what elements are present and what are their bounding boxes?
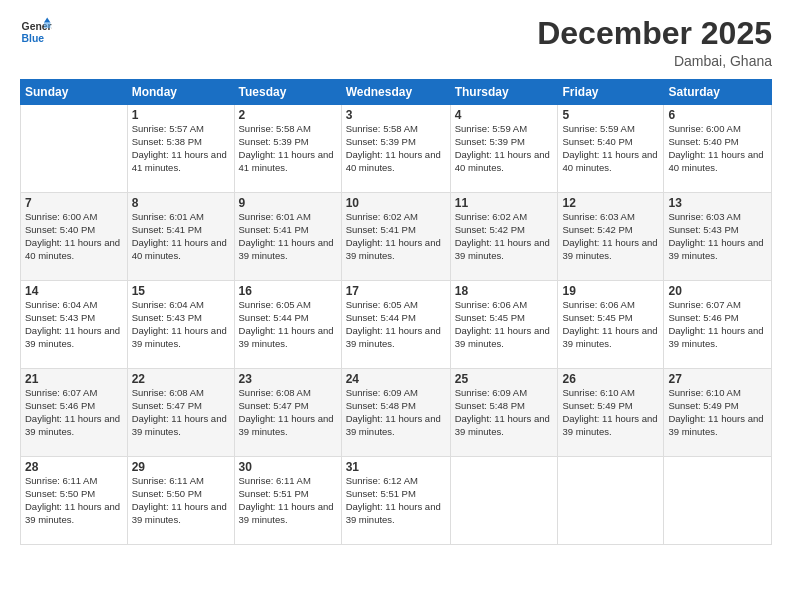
calendar-cell: 9Sunrise: 6:01 AM Sunset: 5:41 PM Daylig…: [234, 193, 341, 281]
day-info: Sunrise: 6:03 AM Sunset: 5:43 PM Dayligh…: [668, 211, 767, 262]
day-info: Sunrise: 6:12 AM Sunset: 5:51 PM Dayligh…: [346, 475, 446, 526]
calendar-cell: 31Sunrise: 6:12 AM Sunset: 5:51 PM Dayli…: [341, 457, 450, 545]
day-info: Sunrise: 6:11 AM Sunset: 5:50 PM Dayligh…: [132, 475, 230, 526]
day-header-tuesday: Tuesday: [234, 80, 341, 105]
day-number: 1: [132, 108, 230, 122]
day-info: Sunrise: 6:04 AM Sunset: 5:43 PM Dayligh…: [132, 299, 230, 350]
day-header-friday: Friday: [558, 80, 664, 105]
day-number: 8: [132, 196, 230, 210]
calendar-week-row: 14Sunrise: 6:04 AM Sunset: 5:43 PM Dayli…: [21, 281, 772, 369]
calendar-cell: 18Sunrise: 6:06 AM Sunset: 5:45 PM Dayli…: [450, 281, 558, 369]
calendar-cell: 7Sunrise: 6:00 AM Sunset: 5:40 PM Daylig…: [21, 193, 128, 281]
day-info: Sunrise: 6:06 AM Sunset: 5:45 PM Dayligh…: [562, 299, 659, 350]
calendar-cell: 19Sunrise: 6:06 AM Sunset: 5:45 PM Dayli…: [558, 281, 664, 369]
day-info: Sunrise: 6:00 AM Sunset: 5:40 PM Dayligh…: [25, 211, 123, 262]
day-number: 15: [132, 284, 230, 298]
calendar-cell: 17Sunrise: 6:05 AM Sunset: 5:44 PM Dayli…: [341, 281, 450, 369]
day-info: Sunrise: 6:08 AM Sunset: 5:47 PM Dayligh…: [239, 387, 337, 438]
calendar-cell: 15Sunrise: 6:04 AM Sunset: 5:43 PM Dayli…: [127, 281, 234, 369]
calendar-cell: 30Sunrise: 6:11 AM Sunset: 5:51 PM Dayli…: [234, 457, 341, 545]
day-number: 9: [239, 196, 337, 210]
day-info: Sunrise: 6:07 AM Sunset: 5:46 PM Dayligh…: [668, 299, 767, 350]
calendar-cell: [558, 457, 664, 545]
calendar-cell: 16Sunrise: 6:05 AM Sunset: 5:44 PM Dayli…: [234, 281, 341, 369]
day-number: 7: [25, 196, 123, 210]
calendar-cell: 25Sunrise: 6:09 AM Sunset: 5:48 PM Dayli…: [450, 369, 558, 457]
day-number: 24: [346, 372, 446, 386]
day-number: 18: [455, 284, 554, 298]
month-title: December 2025: [537, 16, 772, 51]
day-info: Sunrise: 6:02 AM Sunset: 5:41 PM Dayligh…: [346, 211, 446, 262]
calendar-cell: 28Sunrise: 6:11 AM Sunset: 5:50 PM Dayli…: [21, 457, 128, 545]
day-number: 3: [346, 108, 446, 122]
day-info: Sunrise: 6:04 AM Sunset: 5:43 PM Dayligh…: [25, 299, 123, 350]
calendar-week-row: 28Sunrise: 6:11 AM Sunset: 5:50 PM Dayli…: [21, 457, 772, 545]
day-info: Sunrise: 6:09 AM Sunset: 5:48 PM Dayligh…: [346, 387, 446, 438]
day-number: 25: [455, 372, 554, 386]
day-header-thursday: Thursday: [450, 80, 558, 105]
day-header-monday: Monday: [127, 80, 234, 105]
calendar-cell: [450, 457, 558, 545]
calendar-week-row: 1Sunrise: 5:57 AM Sunset: 5:38 PM Daylig…: [21, 105, 772, 193]
day-number: 12: [562, 196, 659, 210]
day-info: Sunrise: 6:01 AM Sunset: 5:41 PM Dayligh…: [239, 211, 337, 262]
calendar-cell: [664, 457, 772, 545]
day-info: Sunrise: 5:58 AM Sunset: 5:39 PM Dayligh…: [239, 123, 337, 174]
day-info: Sunrise: 6:11 AM Sunset: 5:51 PM Dayligh…: [239, 475, 337, 526]
day-number: 14: [25, 284, 123, 298]
day-info: Sunrise: 6:01 AM Sunset: 5:41 PM Dayligh…: [132, 211, 230, 262]
day-number: 17: [346, 284, 446, 298]
day-number: 31: [346, 460, 446, 474]
calendar-cell: 12Sunrise: 6:03 AM Sunset: 5:42 PM Dayli…: [558, 193, 664, 281]
day-number: 5: [562, 108, 659, 122]
day-number: 2: [239, 108, 337, 122]
calendar-cell: 27Sunrise: 6:10 AM Sunset: 5:49 PM Dayli…: [664, 369, 772, 457]
calendar-cell: 5Sunrise: 5:59 AM Sunset: 5:40 PM Daylig…: [558, 105, 664, 193]
day-number: 20: [668, 284, 767, 298]
calendar-cell: [21, 105, 128, 193]
logo: General Blue: [20, 16, 52, 48]
calendar-cell: 21Sunrise: 6:07 AM Sunset: 5:46 PM Dayli…: [21, 369, 128, 457]
calendar-table: SundayMondayTuesdayWednesdayThursdayFrid…: [20, 79, 772, 545]
calendar-cell: 14Sunrise: 6:04 AM Sunset: 5:43 PM Dayli…: [21, 281, 128, 369]
svg-text:Blue: Blue: [22, 33, 45, 44]
calendar-cell: 10Sunrise: 6:02 AM Sunset: 5:41 PM Dayli…: [341, 193, 450, 281]
day-number: 4: [455, 108, 554, 122]
calendar-week-row: 7Sunrise: 6:00 AM Sunset: 5:40 PM Daylig…: [21, 193, 772, 281]
calendar-cell: 29Sunrise: 6:11 AM Sunset: 5:50 PM Dayli…: [127, 457, 234, 545]
day-info: Sunrise: 6:10 AM Sunset: 5:49 PM Dayligh…: [668, 387, 767, 438]
day-number: 26: [562, 372, 659, 386]
day-info: Sunrise: 6:07 AM Sunset: 5:46 PM Dayligh…: [25, 387, 123, 438]
calendar-cell: 26Sunrise: 6:10 AM Sunset: 5:49 PM Dayli…: [558, 369, 664, 457]
day-number: 11: [455, 196, 554, 210]
day-number: 29: [132, 460, 230, 474]
calendar-cell: 8Sunrise: 6:01 AM Sunset: 5:41 PM Daylig…: [127, 193, 234, 281]
day-info: Sunrise: 6:10 AM Sunset: 5:49 PM Dayligh…: [562, 387, 659, 438]
day-info: Sunrise: 5:57 AM Sunset: 5:38 PM Dayligh…: [132, 123, 230, 174]
day-number: 21: [25, 372, 123, 386]
day-info: Sunrise: 6:06 AM Sunset: 5:45 PM Dayligh…: [455, 299, 554, 350]
calendar-cell: 4Sunrise: 5:59 AM Sunset: 5:39 PM Daylig…: [450, 105, 558, 193]
svg-marker-3: [44, 22, 50, 28]
calendar-cell: 23Sunrise: 6:08 AM Sunset: 5:47 PM Dayli…: [234, 369, 341, 457]
day-number: 16: [239, 284, 337, 298]
day-info: Sunrise: 6:08 AM Sunset: 5:47 PM Dayligh…: [132, 387, 230, 438]
calendar-cell: 13Sunrise: 6:03 AM Sunset: 5:43 PM Dayli…: [664, 193, 772, 281]
day-info: Sunrise: 5:58 AM Sunset: 5:39 PM Dayligh…: [346, 123, 446, 174]
page: General Blue December 2025 Dambai, Ghana…: [0, 0, 792, 612]
day-info: Sunrise: 6:05 AM Sunset: 5:44 PM Dayligh…: [239, 299, 337, 350]
title-block: December 2025 Dambai, Ghana: [537, 16, 772, 69]
day-info: Sunrise: 6:05 AM Sunset: 5:44 PM Dayligh…: [346, 299, 446, 350]
logo-icon: General Blue: [20, 16, 52, 48]
day-number: 22: [132, 372, 230, 386]
day-info: Sunrise: 5:59 AM Sunset: 5:39 PM Dayligh…: [455, 123, 554, 174]
day-number: 19: [562, 284, 659, 298]
day-number: 13: [668, 196, 767, 210]
calendar-header-row: SundayMondayTuesdayWednesdayThursdayFrid…: [21, 80, 772, 105]
day-number: 28: [25, 460, 123, 474]
day-info: Sunrise: 6:00 AM Sunset: 5:40 PM Dayligh…: [668, 123, 767, 174]
calendar-cell: 3Sunrise: 5:58 AM Sunset: 5:39 PM Daylig…: [341, 105, 450, 193]
svg-marker-2: [44, 18, 50, 23]
day-header-sunday: Sunday: [21, 80, 128, 105]
location-subtitle: Dambai, Ghana: [537, 53, 772, 69]
